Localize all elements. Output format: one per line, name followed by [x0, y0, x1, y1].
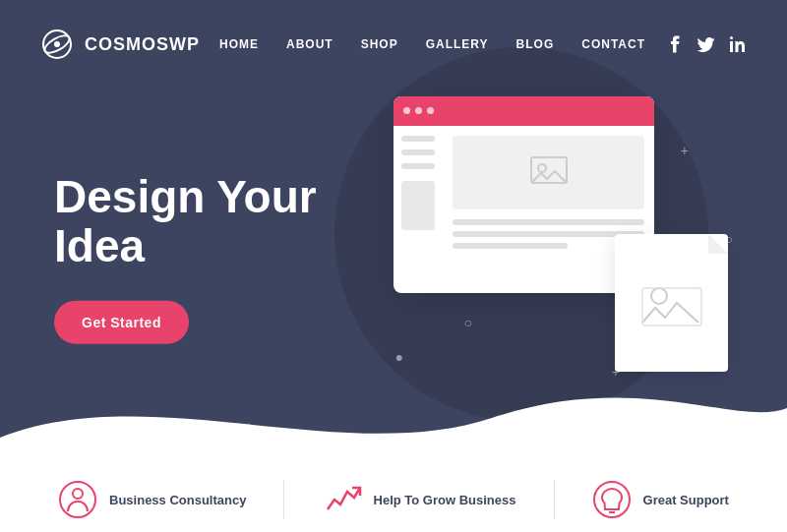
bottom-divider-1: [283, 480, 284, 519]
logo-icon: [39, 27, 75, 62]
doc-corner: [708, 234, 728, 254]
doc-mockup: [615, 234, 728, 372]
bottom-item-consultancy: Business Consultancy: [58, 480, 246, 519]
text-line-1: [453, 219, 644, 225]
nav-shop[interactable]: SHOP: [361, 37, 398, 51]
nav-blog[interactable]: BLOG: [516, 37, 555, 51]
header: COSMOSWP HOME ABOUT SHOP GALLERY BLOG CO…: [0, 0, 787, 89]
hero-title-line2: Idea: [54, 220, 145, 271]
svg-point-8: [730, 36, 733, 39]
hero-content: Design Your Idea Get Started: [54, 171, 317, 343]
bottom-item-support: Great Support: [592, 480, 729, 519]
logo[interactable]: COSMOSWP: [39, 27, 200, 62]
browser-sidebar: [394, 126, 443, 293]
text-line-3: [453, 243, 568, 249]
svg-rect-7: [730, 41, 733, 52]
hero-title: Design Your Idea: [54, 171, 317, 270]
nav-gallery[interactable]: GALLERY: [426, 37, 489, 51]
svg-point-2: [651, 288, 667, 304]
bottom-divider-2: [554, 480, 555, 519]
sidebar-line-3: [401, 163, 435, 169]
bottom-label-grow: Help To Grow Business: [374, 493, 516, 507]
nav-about[interactable]: ABOUT: [286, 37, 333, 51]
consultancy-icon: [58, 480, 97, 519]
main-nav: HOME ABOUT SHOP GALLERY BLOG CONTACT: [219, 37, 645, 51]
nav-home[interactable]: HOME: [219, 37, 259, 51]
browser-bar: [394, 96, 654, 126]
svg-point-10: [73, 489, 83, 499]
bottom-item-grow: Help To Grow Business: [323, 480, 516, 519]
svg-rect-0: [531, 157, 567, 183]
browser-dot-1: [403, 107, 410, 114]
bottom-bar: Business Consultancy Help To Grow Busine…: [0, 467, 787, 532]
browser-dot-2: [415, 107, 422, 114]
grow-icon: [323, 480, 362, 519]
svg-point-6: [54, 41, 60, 47]
linkedin-icon[interactable]: [728, 34, 748, 54]
support-icon: [592, 480, 632, 519]
browser-image-placeholder: [453, 136, 644, 209]
bottom-label-support: Great Support: [643, 493, 729, 507]
svg-point-1: [538, 164, 546, 172]
social-icons: [665, 34, 748, 54]
browser-dot-3: [427, 107, 434, 114]
bottom-label-consultancy: Business Consultancy: [109, 493, 246, 507]
nav-contact[interactable]: CONTACT: [581, 37, 645, 51]
sidebar-line-1: [401, 136, 435, 142]
wave-decoration: [0, 379, 787, 467]
twitter-icon[interactable]: [696, 34, 716, 54]
sidebar-block: [401, 181, 435, 230]
hero-title-line1: Design Your: [54, 170, 317, 221]
get-started-button[interactable]: Get Started: [54, 300, 189, 343]
facebook-icon[interactable]: [665, 34, 685, 54]
sidebar-line-2: [401, 149, 435, 155]
hero-illustration: [394, 96, 728, 372]
logo-text: COSMOSWP: [85, 34, 200, 55]
